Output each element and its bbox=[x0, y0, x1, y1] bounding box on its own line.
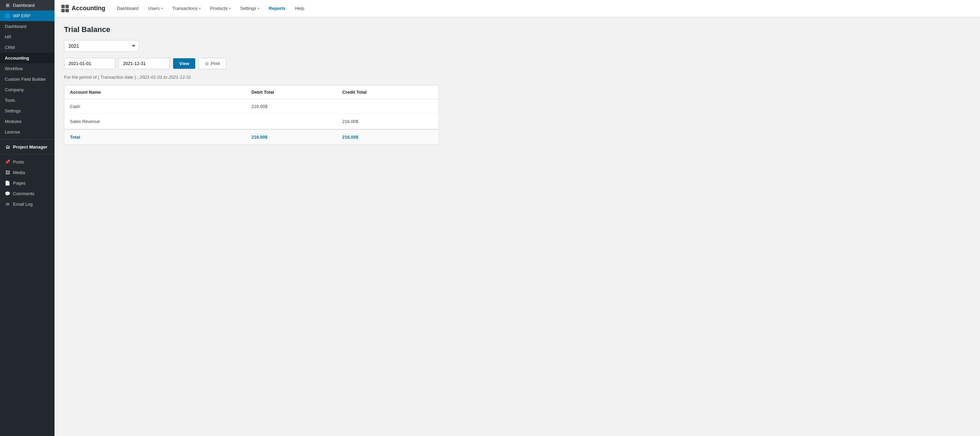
col-header-credit: Credit Total bbox=[342, 89, 433, 95]
sidebar-item-media[interactable]: 🖼 Media bbox=[0, 167, 54, 178]
main-content: Trial Balance 2020 2021 2022 View Print … bbox=[54, 17, 980, 436]
cell-account-sales-revenue: Sales Revenue bbox=[70, 119, 251, 124]
nav-brand: Accounting bbox=[61, 5, 105, 12]
col-header-debit: Debit Total bbox=[251, 89, 342, 95]
period-text: For the period of ( Transaction date ) :… bbox=[64, 75, 970, 80]
nav-item-settings[interactable]: Settings ▾ bbox=[235, 0, 264, 17]
sidebar-item-modules[interactable]: Modules bbox=[0, 116, 54, 127]
chevron-down-icon: ▾ bbox=[199, 6, 201, 10]
sidebar-item-project-manager[interactable]: 🗂 Project Manager bbox=[0, 142, 54, 152]
nav-item-products[interactable]: Products ▾ bbox=[205, 0, 235, 17]
date-from-input[interactable] bbox=[64, 58, 115, 69]
sidebar-item-comments[interactable]: 💬 Comments bbox=[0, 188, 54, 199]
sidebar-item-license[interactable]: License bbox=[0, 127, 54, 137]
sidebar-item-pages[interactable]: 📄 Pages bbox=[0, 178, 54, 188]
sidebar-item-accounting[interactable]: Accounting bbox=[0, 53, 54, 64]
chevron-down-icon: ▾ bbox=[258, 6, 259, 10]
wp-erp-icon: 🌐 bbox=[5, 13, 10, 18]
col-header-account: Account Name bbox=[70, 89, 251, 95]
sidebar-item-crm[interactable]: CRM bbox=[0, 42, 54, 53]
print-button[interactable]: Print bbox=[199, 58, 226, 69]
nav-item-users[interactable]: Users ▾ bbox=[143, 0, 168, 17]
table-row: Sales Revenue 216.00$ bbox=[64, 114, 439, 129]
date-range-row: View Print bbox=[64, 58, 970, 69]
sidebar-item-workflow[interactable]: Workflow bbox=[0, 64, 54, 74]
sidebar-item-dashboard[interactable]: Dashboard bbox=[0, 21, 54, 32]
sidebar-item-posts[interactable]: 📌 Posts bbox=[0, 157, 54, 167]
nav-item-reports[interactable]: Reports bbox=[264, 0, 290, 17]
total-credit: 216.00$ bbox=[342, 135, 433, 140]
total-debit: 216.00$ bbox=[251, 135, 342, 140]
sidebar: ⊞ Dashboard 🌐 WP ERP Dashboard HR CRM Ac… bbox=[0, 0, 54, 436]
date-to-input[interactable] bbox=[119, 58, 170, 69]
nav-item-help[interactable]: Help bbox=[290, 0, 309, 17]
page-title: Trial Balance bbox=[64, 25, 970, 34]
nav-item-dashboard[interactable]: Dashboard bbox=[112, 0, 143, 17]
sidebar-item-settings[interactable]: Settings bbox=[0, 106, 54, 116]
nav-item-transactions[interactable]: Transactions ▾ bbox=[168, 0, 205, 17]
pages-icon: 📄 bbox=[5, 181, 10, 186]
accounting-grid-icon bbox=[61, 5, 69, 12]
cell-debit-cash: 216.00$ bbox=[251, 104, 342, 109]
media-icon: 🖼 bbox=[5, 170, 10, 175]
view-button[interactable]: View bbox=[173, 58, 195, 69]
sidebar-item-tools[interactable]: Tools bbox=[0, 95, 54, 106]
chevron-down-icon: ▾ bbox=[161, 6, 163, 10]
sidebar-item-email-log[interactable]: ✉ Email Log bbox=[0, 199, 54, 210]
cell-debit-sales-revenue bbox=[251, 119, 342, 124]
sidebar-item-hr[interactable]: HR bbox=[0, 32, 54, 42]
project-manager-icon: 🗂 bbox=[5, 145, 10, 150]
balance-table: Account Name Debit Total Credit Total Ca… bbox=[64, 85, 439, 145]
nav-brand-name: Accounting bbox=[72, 5, 105, 12]
print-dot-icon bbox=[205, 62, 208, 65]
top-nav: Accounting Dashboard Users ▾ Transaction… bbox=[54, 0, 980, 17]
comments-icon: 💬 bbox=[5, 191, 10, 196]
year-select-wrapper: 2020 2021 2022 bbox=[64, 40, 970, 52]
total-label: Total bbox=[70, 135, 251, 140]
chevron-down-icon: ▾ bbox=[229, 6, 231, 10]
main-area: Accounting Dashboard Users ▾ Transaction… bbox=[54, 0, 980, 436]
sidebar-item-custom-field-builder[interactable]: Custom Field Builder bbox=[0, 74, 54, 84]
table-row: Cash 216.00$ bbox=[64, 99, 439, 114]
table-header: Account Name Debit Total Credit Total bbox=[64, 86, 439, 99]
cell-account-cash: Cash bbox=[70, 104, 251, 109]
sidebar-item-wp-erp[interactable]: 🌐 WP ERP bbox=[0, 11, 54, 21]
email-log-icon: ✉ bbox=[5, 202, 10, 207]
year-select[interactable]: 2020 2021 2022 bbox=[64, 40, 139, 52]
posts-icon: 📌 bbox=[5, 159, 10, 164]
dashboard-icon: ⊞ bbox=[5, 3, 10, 8]
cell-credit-cash bbox=[342, 104, 433, 109]
cell-credit-sales-revenue: 216.00$ bbox=[342, 119, 433, 124]
sidebar-item-company[interactable]: Company bbox=[0, 84, 54, 95]
total-row: Total 216.00$ 216.00$ bbox=[64, 129, 439, 145]
sidebar-item-dashboard-top[interactable]: ⊞ Dashboard bbox=[0, 0, 54, 11]
